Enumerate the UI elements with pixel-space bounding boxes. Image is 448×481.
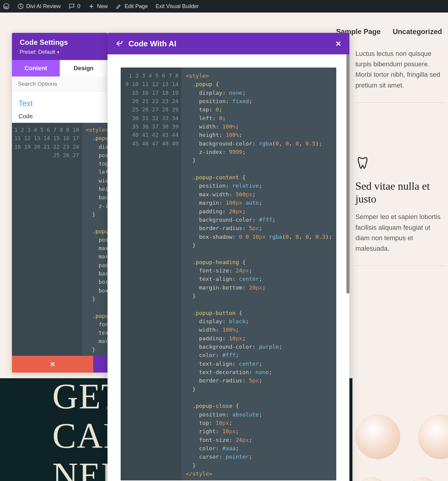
wp-admin-bar: Divi AI Review 0 New Edit Page Exit Visu…	[0, 0, 448, 13]
section-text[interactable]: Text	[12, 92, 108, 111]
close-icon	[50, 361, 56, 367]
blurb-2-heading: Sed vitae nulla et justo	[355, 180, 445, 206]
exit-vb-label: Exit Visual Builder	[156, 3, 199, 10]
search-input[interactable]	[18, 81, 102, 87]
search-options[interactable]	[12, 76, 108, 92]
exit-vb-link[interactable]: Exit Visual Builder	[156, 3, 199, 10]
close-icon[interactable]	[335, 40, 342, 47]
blurb-2-text: Semper leo et sapien lobortis facilisis …	[355, 212, 445, 254]
comments-count: 0	[77, 3, 80, 10]
ai-modal-body: 1 2 3 4 5 6 7 8 9 10 11 12 13 14 15 16 1…	[108, 54, 349, 481]
left-code-editor[interactable]: 1 2 3 4 5 6 7 8 9 10 11 12 13 14 15 16 1…	[12, 123, 108, 356]
ai-modal-header: Code With AI	[108, 33, 349, 54]
edit-page-label: Edit Page	[125, 3, 148, 10]
tab-content[interactable]: Content	[12, 60, 60, 76]
blurb-2: Sed vitae nulla et justo Semper leo et s…	[355, 156, 445, 266]
new-label: New	[97, 3, 108, 10]
scrollbar[interactable]	[346, 54, 349, 293]
top-nav: Sample Page Uncategorized	[336, 27, 442, 36]
page-background: Sample Page Uncategorized Luctus lectus …	[0, 13, 448, 481]
settings-title: Code Settings	[20, 38, 100, 47]
wp-logo-icon[interactable]	[3, 3, 10, 10]
new-link[interactable]: New	[88, 3, 108, 10]
ai-modal-title: Code With AI	[128, 39, 330, 48]
edit-page-link[interactable]: Edit Page	[116, 3, 148, 10]
circle-image	[406, 477, 439, 481]
site-name-label: Divi AI Review	[26, 3, 61, 10]
circle-image	[355, 477, 388, 481]
code-settings-panel: Code Settings Preset: Default ▼ Content …	[12, 33, 108, 373]
nav-uncategorized[interactable]: Uncategorized	[393, 27, 442, 36]
tab-design[interactable]: Design	[60, 60, 108, 76]
code-with-ai-modal: Code With AI 1 2 3 4 5 6 7 8 9 10 11 12 …	[108, 33, 349, 481]
save-button[interactable]	[93, 356, 108, 373]
preset-dropdown[interactable]: Preset: Default ▼	[20, 49, 100, 55]
back-arrow-icon[interactable]	[115, 40, 123, 48]
tooth-icon	[355, 156, 370, 170]
ai-code-editor[interactable]: 1 2 3 4 5 6 7 8 9 10 11 12 13 14 15 16 1…	[121, 68, 336, 480]
blurb-1-text: Luctus lectus non quisque turpis bibendu…	[355, 48, 445, 91]
circle-image	[418, 414, 448, 459]
divider	[355, 102, 445, 103]
settings-tabs: Content Design	[12, 60, 108, 76]
field-label-code: Code	[12, 111, 108, 123]
blurb-1: Luctus lectus non quisque turpis bibendu…	[355, 48, 445, 103]
image-row-2	[355, 477, 439, 481]
chevron-down-icon: ▼	[56, 50, 60, 54]
image-row-1	[355, 414, 448, 459]
comments-link[interactable]: 0	[68, 3, 80, 10]
cancel-button[interactable]	[12, 356, 93, 373]
divider	[355, 266, 445, 266]
settings-header: Code Settings Preset: Default ▼	[12, 33, 108, 60]
preset-label: Preset: Default	[20, 49, 55, 55]
settings-footer	[12, 356, 108, 373]
circle-image	[355, 414, 400, 459]
site-name[interactable]: Divi AI Review	[17, 3, 61, 10]
